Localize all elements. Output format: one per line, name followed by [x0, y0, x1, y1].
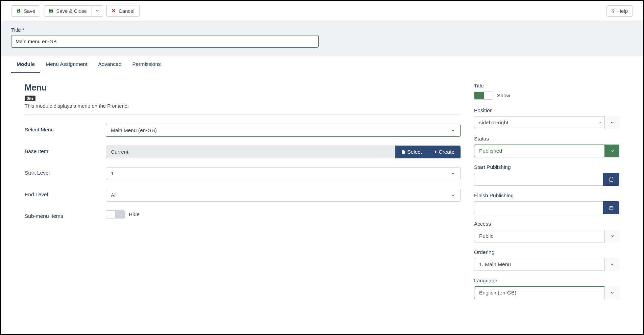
save-dropdown-button[interactable] [92, 5, 103, 17]
toolbar-left: Save Save & Close ✕ Cancel [11, 5, 140, 17]
title-toggle-group: Show [474, 92, 510, 100]
start-pub-calendar-button[interactable] [603, 173, 619, 186]
language-field[interactable]: English (en-GB) [474, 286, 619, 299]
cancel-icon: ✕ [112, 8, 116, 14]
save-button[interactable]: Save [11, 5, 40, 17]
select-menu-wrap: Main Menu (en-GB) [106, 124, 461, 137]
finish-pub-field[interactable] [474, 201, 603, 214]
group-language: Language English (en-GB) [474, 278, 619, 299]
tab-advanced[interactable]: Advanced [93, 56, 127, 73]
select-label: Select [407, 149, 422, 155]
start-pub-label: Start Publishing [474, 164, 619, 170]
ordering-wrap: 1. Main Menu [474, 258, 619, 271]
title-input[interactable] [11, 35, 319, 48]
cancel-label: Cancel [119, 8, 134, 14]
row-select-menu: Select Menu Main Menu (en-GB) [25, 124, 461, 137]
title-toggle[interactable] [474, 92, 493, 100]
select-button[interactable]: Select [395, 146, 428, 158]
row-submenu: Sub-menu Items Hide [25, 210, 461, 220]
group-start-publishing: Start Publishing [474, 164, 619, 186]
help-label: Help [617, 8, 628, 14]
toolbar: Save Save & Close ✕ Cancel ? Help [1, 1, 643, 21]
help-icon: ? [612, 8, 615, 14]
finish-pub-label: Finish Publishing [474, 192, 619, 199]
divider [25, 114, 461, 114]
language-wrap: English (en-GB) [474, 286, 619, 299]
submenu-toggle[interactable] [106, 210, 125, 218]
submenu-toggle-group: Hide [106, 210, 140, 218]
finish-pub-calendar-button[interactable] [603, 201, 619, 214]
base-item-label: Base Item [25, 146, 106, 154]
main-area: Module Menu Assignment Advanced Permissi… [11, 56, 633, 309]
tab-menu-assignment[interactable]: Menu Assignment [40, 56, 93, 73]
save-close-group: Save & Close [44, 5, 103, 17]
save-close-button[interactable]: Save & Close [44, 5, 92, 17]
col-left: Menu Site This module displays a menu on… [25, 83, 461, 306]
access-label: Access [474, 221, 619, 227]
save-icon [49, 8, 53, 13]
row-start-level: Start Level 1 [25, 167, 461, 180]
access-field[interactable]: Public [474, 230, 619, 242]
position-field[interactable] [474, 116, 619, 129]
access-wrap: Public [474, 230, 619, 242]
module-description: This module displays a menu on the Front… [25, 103, 461, 109]
ordering-label: Ordering [474, 249, 619, 255]
position-wrap: × [474, 116, 619, 129]
status-wrap: Published [474, 145, 619, 157]
site-badge: Site [25, 96, 35, 101]
select-menu-label: Select Menu [25, 124, 106, 133]
toolbar-right: ? Help [606, 5, 633, 17]
create-label: Create [439, 149, 454, 155]
help-button[interactable]: ? Help [606, 5, 633, 17]
tabs: Module Menu Assignment Advanced Permissi… [11, 56, 633, 73]
save-close-label: Save & Close [56, 8, 87, 14]
calendar-icon [609, 205, 614, 210]
group-status: Status Published [474, 136, 619, 157]
ordering-field[interactable]: 1. Main Menu [474, 258, 619, 271]
title-toggle-label: Title [474, 83, 619, 89]
row-end-level: End Level All [25, 189, 461, 202]
save-label: Save [24, 8, 35, 14]
group-ordering: Ordering 1. Main Menu [474, 249, 619, 271]
status-label: Status [474, 136, 619, 142]
end-level-field[interactable]: All [106, 189, 461, 202]
title-label: Title * [11, 27, 633, 33]
col-right: Title Show Position × Status [474, 83, 619, 306]
calendar-icon [609, 177, 614, 182]
save-icon [16, 8, 21, 13]
title-toggle-value: Show [497, 93, 510, 99]
select-menu-field[interactable]: Main Menu (en-GB) [106, 124, 461, 137]
submenu-toggle-label: Hide [129, 211, 140, 217]
header-area: Title * [1, 21, 643, 56]
start-level-wrap: 1 [106, 167, 461, 180]
group-access: Access Public [474, 221, 619, 242]
start-level-label: Start Level [25, 167, 106, 176]
end-level-wrap: All [106, 189, 461, 202]
start-level-field[interactable]: 1 [106, 167, 461, 180]
end-level-label: End Level [25, 189, 106, 198]
clear-icon[interactable]: × [599, 120, 602, 125]
submenu-label: Sub-menu Items [25, 210, 106, 219]
plus-icon: + [434, 149, 437, 155]
group-title-toggle: Title Show [474, 83, 619, 101]
start-pub-field[interactable] [474, 173, 603, 186]
file-icon [401, 150, 405, 155]
row-base-item: Base Item Current Select + Create [25, 146, 461, 158]
chevron-down-icon [95, 9, 99, 13]
cancel-button[interactable]: ✕ Cancel [106, 5, 140, 17]
group-finish-publishing: Finish Publishing [474, 192, 619, 214]
tab-permissions[interactable]: Permissions [127, 56, 166, 73]
group-position: Position × [474, 107, 619, 129]
module-heading: Menu [25, 83, 461, 93]
position-label: Position [474, 107, 619, 113]
language-label: Language [474, 278, 619, 284]
create-button[interactable]: + Create [428, 146, 461, 158]
base-item-field-group: Current Select + Create [106, 146, 461, 158]
tab-module[interactable]: Module [11, 56, 40, 73]
status-field[interactable]: Published [474, 145, 619, 157]
finish-pub-wrap [474, 201, 619, 214]
content: Menu Site This module displays a menu on… [11, 73, 633, 309]
base-item-value: Current [106, 146, 395, 158]
start-pub-wrap [474, 173, 619, 186]
